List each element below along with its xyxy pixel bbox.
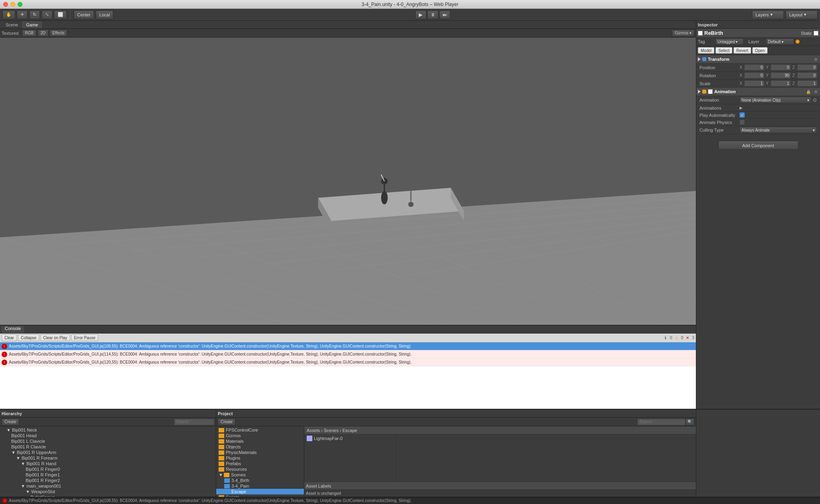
scene-tab[interactable]: Scene [2, 21, 22, 28]
animations-expand-icon[interactable]: ▶ [740, 106, 743, 110]
select-button[interactable]: Select [715, 47, 732, 54]
hierarchy-create-button[interactable]: Create [2, 418, 19, 426]
rect-tool-button[interactable]: ⬜ [54, 10, 67, 19]
maximize-button[interactable] [18, 2, 22, 7]
hierarchy-item-bip001neck[interactable]: ▼ Bip001 Neck [0, 427, 216, 433]
add-component-button[interactable]: Add Component [718, 141, 798, 150]
hierarchy-item-bip001rupperarm[interactable]: ▼ Bip001 R UpperArm [0, 450, 216, 455]
project-tree-item-materials[interactable]: Materials [216, 438, 304, 444]
hierarchy-search-input[interactable] [174, 419, 214, 425]
pos-z-input[interactable] [797, 64, 817, 70]
hierarchy-content[interactable]: ▼ Bip001 Neck Bip001 Head Bip001 L Clavi… [0, 426, 216, 497]
project-tree-item-physicmaterials[interactable]: PhysicMaterials [216, 450, 304, 455]
scale-x-input[interactable] [744, 80, 764, 86]
project-tree-item-34pain[interactable]: 3-4_Pain [216, 483, 304, 489]
rgb-button[interactable]: RGB [22, 30, 36, 37]
move-tool-button[interactable]: ✛ [17, 10, 28, 19]
project-tree-item-34birth[interactable]: 3-4_Birth [216, 478, 304, 483]
animation-clip-dropdown[interactable]: None (Animation Clip) ▾ [740, 97, 811, 103]
console-error-row-2[interactable]: ! Assets/6by7/ProGrids/Scripts/Editor/Pr… [0, 350, 696, 358]
inspector-bottom-panel [696, 410, 820, 497]
animation-title: Animation [714, 89, 736, 94]
transform-section-header[interactable]: Transform ⚙ [696, 55, 820, 64]
object-active-checkbox[interactable]: ✓ [698, 31, 703, 36]
collapse-button[interactable]: Collapse [18, 334, 39, 341]
animation-clip-text: None (Animation Clip) [742, 98, 781, 102]
tag-dropdown[interactable]: Untagged ▾ [715, 38, 744, 45]
inspector-title: Inspector [698, 22, 718, 27]
scale-y-input[interactable] [771, 80, 791, 86]
minimize-button[interactable] [10, 2, 15, 7]
hierarchy-item-bip001rhand[interactable]: ▼ Bip001 R Hand [0, 461, 216, 466]
revert-button[interactable]: Revert [734, 47, 751, 54]
animation-enabled-checkbox[interactable]: ✓ [708, 89, 713, 94]
rot-y-input[interactable] [771, 72, 791, 78]
console-error-row-3[interactable]: ! Assets/6by7/ProGrids/Scripts/Editor/Pr… [0, 358, 696, 366]
close-button[interactable] [3, 2, 8, 7]
layers-dropdown[interactable]: Layers ▾ [752, 10, 784, 19]
clear-button[interactable]: Clear [2, 334, 17, 341]
step-button[interactable]: ⏭ [439, 10, 450, 19]
project-create-button[interactable]: Create [218, 418, 235, 426]
play-button[interactable]: ▶ [415, 10, 426, 19]
anim-target-icon[interactable]: ⊙ [813, 97, 817, 103]
game-tab[interactable]: Game [22, 21, 42, 28]
project-tree-item-scenes[interactable]: ▼ Scenes [216, 472, 304, 478]
rot-x-input[interactable] [744, 72, 764, 78]
model-button[interactable]: Model [698, 47, 714, 54]
console-error-row-1[interactable]: ! Assets/6by7/ProGrids/Scripts/Editor/Pr… [0, 342, 696, 350]
pos-y-input[interactable] [771, 64, 791, 70]
hierarchy-item-bip001rfinger0[interactable]: Bip001 R Finger0 [0, 466, 216, 472]
hierarchy-item-bip001rfinger1[interactable]: Bip001 R Finger1 [0, 472, 216, 478]
error-pause-button[interactable]: Error Pause [71, 334, 98, 341]
project-tree-item-escape[interactable]: Escape [216, 489, 304, 494]
transform-gear-icon[interactable]: ⚙ [813, 56, 818, 62]
hierarchy-item-bip001head[interactable]: Bip001 Head [0, 433, 216, 438]
scale-tool-button[interactable]: ⤡ [42, 10, 52, 19]
project-search-button[interactable]: 🔍 [685, 418, 694, 426]
gizmos-button[interactable]: Gizmos ▾ [672, 30, 694, 37]
project-tree-item-fpscontrolcore[interactable]: FPSControlCore [216, 427, 304, 433]
project-file-lightmapfar0[interactable]: LightmapFar-0 [304, 435, 396, 442]
pos-x-input[interactable] [744, 64, 764, 70]
3d-viewport[interactable] [0, 38, 696, 325]
culling-type-dropdown[interactable]: Always Animate ▾ [740, 127, 817, 133]
hierarchy-item-bip001lclavicle[interactable]: Bip001 L Clavicle [0, 438, 216, 444]
scale-z-input[interactable] [797, 80, 817, 86]
layer-dropdown[interactable]: Default ▾ [766, 38, 794, 45]
hierarchy-item-weaponslot[interactable]: ▼ WeaponSlot [0, 489, 216, 494]
project-tree-item-gizmos[interactable]: Gizmos [216, 433, 304, 438]
rot-z-input[interactable] [797, 72, 817, 78]
hand-tool-button[interactable]: ✋ [2, 10, 15, 19]
project-tree-item-prefabs[interactable]: Prefabs [216, 461, 304, 466]
center-button[interactable]: Center [74, 10, 94, 19]
fx-button[interactable]: Effects [50, 30, 67, 37]
project-tree-item-resources[interactable]: Resources [216, 466, 304, 472]
play-auto-checkbox[interactable]: ✓ [740, 112, 745, 118]
project-tree-item-objects[interactable]: Objects [216, 444, 304, 450]
model-actions-row: Model Select Revert Open [696, 46, 820, 55]
console-tab[interactable]: Console [2, 326, 24, 333]
project-tree-item-plugins[interactable]: Plugins [216, 455, 304, 461]
local-button[interactable]: Local [96, 10, 113, 19]
2d-button[interactable]: 2D [38, 30, 48, 37]
project-tree[interactable]: FPSControlCore Gizmos Materials Objects … [216, 426, 304, 497]
animation-section-header[interactable]: ✓ Animation 🔒 ⚙ [696, 88, 820, 96]
animation-gear-icon[interactable]: ⚙ [813, 89, 818, 94]
tag-layer-row: Tag Untagged ▾ Layer Default ▾ ! [696, 38, 820, 46]
animate-physics-checkbox[interactable] [740, 120, 745, 125]
layout-dropdown[interactable]: Layout ▾ [786, 10, 818, 19]
hierarchy-item-bip001rclavicle[interactable]: Bip001 R Clavicle [0, 444, 216, 450]
static-checkbox[interactable] [814, 31, 818, 36]
hierarchy-item-mainweapon[interactable]: ▼ main_weapon001 [0, 483, 216, 489]
hierarchy-item-bip001rfinger2[interactable]: Bip001 R Finger2 [0, 478, 216, 483]
project-left-file-list[interactable]: LightmapFar-0 [304, 434, 396, 482]
open-button[interactable]: Open [752, 47, 768, 54]
tag-chevron-icon: ▾ [736, 40, 738, 44]
rotate-tool-button[interactable]: ↻ [29, 10, 40, 19]
project-search-input[interactable] [637, 419, 685, 425]
clear-on-play-button[interactable]: Clear on Play [40, 334, 70, 341]
animation-lock-icon[interactable]: 🔒 [806, 89, 811, 94]
pause-button[interactable]: ⏸ [427, 10, 438, 19]
hierarchy-item-bip001rforearm[interactable]: ▼ Bip001 R Forearm [0, 455, 216, 461]
